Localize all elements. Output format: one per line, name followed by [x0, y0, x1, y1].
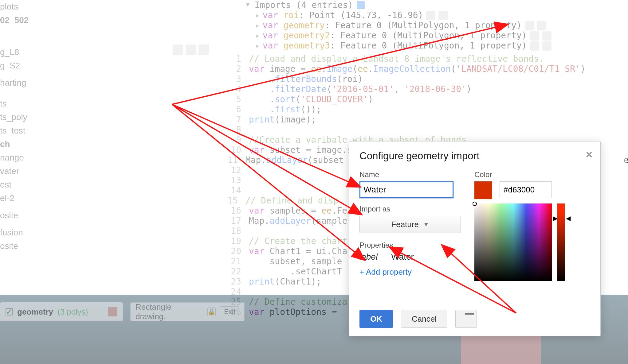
delete-icon[interactable]: [198, 45, 209, 55]
color-picker-cursor: [473, 202, 477, 206]
sidebar-top-1: plots: [0, 0, 215, 14]
code-line[interactable]: 5 .sort('CLOUD_COVER'): [227, 94, 627, 104]
close-icon[interactable]: ×: [586, 148, 592, 161]
sidebar-action-icons: [173, 45, 209, 55]
target-icon[interactable]: [542, 31, 551, 41]
sidebar-item[interactable]: fusion: [0, 226, 215, 239]
imports-block: ▸ Imports (4 entries) ▸var roi: Point (1…: [227, 0, 627, 51]
sidebar-item[interactable]: ts_test: [0, 124, 215, 137]
drawing-mode-text: Rectangle drawing.: [135, 302, 199, 321]
gear-icon[interactable]: [426, 11, 435, 20]
sidebar-item[interactable]: [0, 205, 215, 209]
property-key: label: [359, 252, 378, 262]
color-label: Color: [474, 170, 590, 179]
sidebar-item[interactable]: osite: [0, 239, 215, 253]
name-label: Name: [359, 170, 461, 179]
ok-button[interactable]: OK: [359, 310, 393, 328]
sidebar-item[interactable]: g_S2: [0, 59, 215, 72]
import-as-value: Feature: [391, 220, 419, 229]
import-line[interactable]: ▸var roi: Point (145.73, -16.96): [246, 10, 627, 20]
configure-geometry-dialog: Configure geometry import × Name Import …: [349, 141, 601, 336]
properties-label: Properties: [359, 241, 461, 250]
sidebar-item[interactable]: vater: [0, 165, 215, 178]
exit-drawing-button[interactable]: Exit: [220, 306, 239, 317]
sidebar-item[interactable]: [0, 222, 215, 226]
script-sidebar: plots 02_502 g_L8g_S2hartingtsts_polyts_…: [0, 0, 215, 295]
geometry-chip-label: geometry: [17, 307, 53, 317]
delete-button[interactable]: [455, 310, 477, 328]
chevron-down-icon: ▸: [243, 2, 253, 8]
import-line[interactable]: ▸var geometry: Feature 0 (MultiPolygon, …: [246, 20, 627, 30]
target-icon[interactable]: [537, 21, 546, 30]
target-icon[interactable]: [438, 11, 448, 20]
sidebar-top-2: 02_502: [0, 14, 215, 27]
geometry-chip-count: (3 polys): [57, 307, 88, 317]
import-as-select[interactable]: Feature ▼: [359, 216, 461, 233]
code-line[interactable]: 3 .filterBounds(roi): [227, 74, 627, 84]
dialog-title: Configure geometry import: [359, 150, 590, 162]
code-line[interactable]: 2var image = ee.Image(ee.ImageCollection…: [227, 64, 627, 74]
import-line[interactable]: ▸var geometry2: Feature 0 (MultiPolygon,…: [246, 30, 627, 41]
color-hex-input[interactable]: [500, 181, 552, 198]
code-line[interactable]: 1// Load and display a Landsat 8 image's…: [227, 54, 627, 64]
sidebar-item[interactable]: ch: [0, 137, 215, 151]
sidebar-item[interactable]: [0, 72, 215, 76]
imports-header[interactable]: ▸ Imports (4 entries): [246, 0, 627, 10]
import-as-label: Import as: [359, 205, 461, 213]
sidebar-item[interactable]: ts_poly: [0, 110, 215, 124]
color-swatch: [474, 181, 492, 199]
picker-indicator-icon: ▶: [553, 215, 558, 222]
gear-icon[interactable]: [530, 41, 539, 51]
name-input[interactable]: [359, 181, 453, 198]
imports-badge-icon: [357, 1, 365, 9]
drawing-mode-pill: Rectangle drawing. 🔒 Exit: [130, 302, 245, 321]
lock-icon[interactable]: 🔒: [207, 308, 216, 316]
color-picker-sv[interactable]: [474, 203, 552, 281]
sidebar-item[interactable]: est: [0, 178, 215, 192]
sidebar-item[interactable]: osite: [0, 209, 215, 222]
add-property-link[interactable]: + Add property: [359, 267, 461, 277]
sidebar-item[interactable]: [0, 90, 215, 93]
checkbox-icon[interactable]: ✓: [6, 308, 13, 316]
sidebar-item[interactable]: g_L8: [0, 45, 215, 59]
chevron-down-icon: ▼: [423, 221, 429, 228]
code-line[interactable]: 7print(image);: [227, 114, 627, 125]
sidebar-item[interactable]: [0, 93, 215, 97]
geometry-color-swatch: [108, 307, 117, 316]
edit-icon[interactable]: [186, 45, 196, 55]
sidebar-item[interactable]: nange: [0, 151, 215, 165]
hue-indicator-icon: ◀: [566, 215, 571, 222]
gear-icon[interactable]: [525, 21, 534, 30]
target-icon[interactable]: [542, 41, 551, 51]
color-hue-slider[interactable]: [557, 203, 565, 281]
sidebar-item[interactable]: el-2: [0, 192, 215, 205]
sidebar-item[interactable]: ts: [0, 97, 215, 110]
geometry-layer-chip[interactable]: ✓ geometry (3 polys): [0, 302, 123, 321]
sidebar-item[interactable]: harting: [0, 76, 215, 90]
imports-header-text: Imports (4 entries): [255, 0, 353, 10]
property-value: Water: [391, 252, 414, 262]
code-line[interactable]: 8: [227, 125, 627, 135]
code-line[interactable]: 6 .first());: [227, 104, 627, 114]
history-icon[interactable]: [173, 45, 183, 55]
property-row[interactable]: label Water: [359, 252, 461, 262]
gear-icon[interactable]: [530, 31, 539, 41]
code-line[interactable]: 4 .filterDate('2016-05-01', '2018-06-30'…: [227, 84, 627, 94]
import-line[interactable]: ▸var geometry3: Feature 0 (MultiPolygon,…: [246, 41, 627, 51]
cancel-button[interactable]: Cancel: [401, 310, 447, 328]
